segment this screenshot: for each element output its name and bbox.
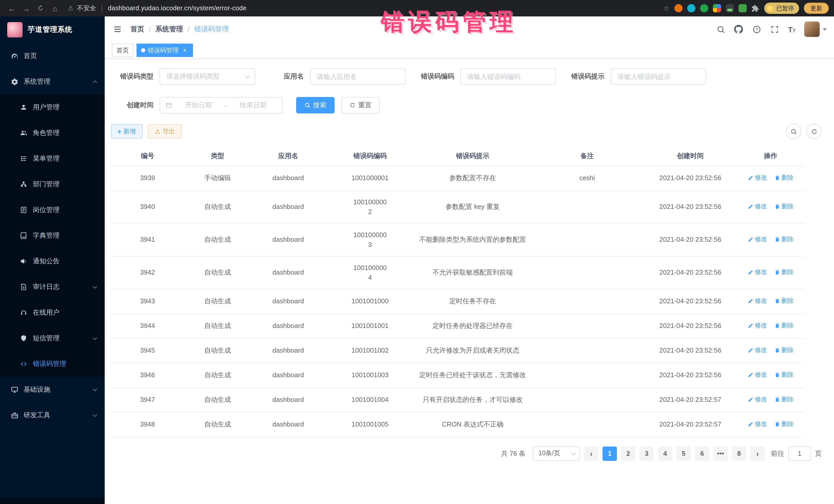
delete-link[interactable]: 删除 xyxy=(774,370,794,379)
sidebar-item-error-code-management[interactable]: 错误码管理 xyxy=(0,351,105,377)
sidebar-item-system-management[interactable]: 系统管理 xyxy=(0,69,105,94)
delete-link[interactable]: 删除 xyxy=(774,267,794,277)
page-button-1[interactable]: 1 xyxy=(602,446,617,461)
toolbox-icon xyxy=(10,411,19,419)
sidebar-item-sms-management[interactable]: 短信管理 xyxy=(0,325,105,351)
error-type-select[interactable]: 请选择错误码类型 xyxy=(160,68,255,85)
back-icon[interactable]: ← xyxy=(5,2,19,15)
page-button-5[interactable]: 5 xyxy=(676,446,691,461)
edit-link[interactable]: 修改 xyxy=(748,419,767,429)
date-range-picker[interactable]: 开始日期 - 结束日期 xyxy=(160,97,283,113)
end-date-placeholder: 结束日期 xyxy=(229,101,277,110)
tag-error-code[interactable]: 错误码管理 × xyxy=(136,44,193,57)
edit-link[interactable]: 修改 xyxy=(748,345,767,355)
page-button-8[interactable]: 8 xyxy=(732,446,746,461)
sidebar-item-dict-management[interactable]: 字典管理 xyxy=(0,223,105,248)
sidebar-item-audit-log[interactable]: 审计日志 xyxy=(0,274,105,300)
user-avatar[interactable] xyxy=(804,22,820,37)
tag-home[interactable]: 首页 xyxy=(112,44,133,57)
edit-link[interactable]: 修改 xyxy=(748,267,767,277)
font-size-icon[interactable]: TT xyxy=(788,25,795,34)
edit-link[interactable]: 修改 xyxy=(748,395,767,404)
breadcrumb-separator: / xyxy=(149,25,151,33)
sidebar-item-role-management[interactable]: 角色管理 xyxy=(0,120,105,146)
browser-update-button[interactable]: 更新 xyxy=(804,3,829,14)
delete-link[interactable]: 删除 xyxy=(774,202,794,211)
sidebar-item-dev-tools[interactable]: 研发工具 xyxy=(0,402,105,428)
page-button-2[interactable]: 2 xyxy=(621,446,635,461)
breadcrumb: 首页 / 系统管理 / 错误码管理 xyxy=(130,25,229,34)
home-icon[interactable]: ⌂ xyxy=(48,2,62,15)
sidebar-item-post-management[interactable]: 岗位管理 xyxy=(0,197,105,223)
extensions-puzzle-icon[interactable] xyxy=(751,4,759,12)
extension-icon[interactable] xyxy=(674,4,682,12)
page-button-6[interactable]: 6 xyxy=(695,446,709,461)
system-management-submenu: 用户管理 角色管理 菜单管理 xyxy=(0,94,105,377)
toggle-search-icon[interactable] xyxy=(786,124,801,139)
sidebar-item-menu-management[interactable]: 菜单管理 xyxy=(0,146,105,171)
active-dot-icon xyxy=(141,48,145,52)
reload-icon[interactable] xyxy=(34,2,47,15)
profile-paused-chip[interactable]: 已暂停 xyxy=(764,3,799,14)
user-menu[interactable] xyxy=(804,22,827,37)
add-button[interactable]: + 新增 xyxy=(111,124,142,138)
sidebar-item-user-management[interactable]: 用户管理 xyxy=(0,94,105,120)
delete-link[interactable]: 删除 xyxy=(774,296,794,305)
sidebar-item-online-users[interactable]: 在线用户 xyxy=(0,300,105,325)
delete-link[interactable]: 删除 xyxy=(774,395,794,404)
sidebar-item-notice[interactable]: 通知公告 xyxy=(0,248,105,274)
help-icon[interactable]: ? xyxy=(752,25,761,34)
bookmark-star-icon[interactable]: ☆ xyxy=(663,4,670,12)
export-button[interactable]: 导出 xyxy=(148,124,181,138)
error-hint-input[interactable] xyxy=(611,68,706,85)
edit-link[interactable]: 修改 xyxy=(748,173,767,182)
prev-page-button[interactable]: ‹ xyxy=(584,446,598,461)
filter-app-label: 应用名 xyxy=(261,72,304,81)
app-name-input[interactable] xyxy=(310,68,405,85)
page-button-3[interactable]: 3 xyxy=(639,446,654,461)
extension-icon[interactable] xyxy=(738,4,746,12)
error-code-input[interactable] xyxy=(460,68,556,85)
logo-avatar xyxy=(7,22,23,38)
edit-link[interactable]: 修改 xyxy=(748,370,767,379)
trash-icon xyxy=(774,323,780,328)
page-button-4[interactable]: 4 xyxy=(658,446,672,461)
extension-icon[interactable] xyxy=(700,4,708,12)
edit-link[interactable]: 修改 xyxy=(748,296,767,305)
forward-icon[interactable]: → xyxy=(20,2,33,15)
extension-icon[interactable] xyxy=(687,4,695,12)
extension-icon[interactable] xyxy=(712,4,721,12)
trash-icon xyxy=(774,347,780,353)
edit-link[interactable]: 修改 xyxy=(748,321,767,330)
next-page-button[interactable]: › xyxy=(750,446,765,461)
delete-link[interactable]: 删除 xyxy=(774,173,794,182)
sidebar-item-infrastructure[interactable]: 基础设施 xyxy=(0,377,105,402)
edit-link[interactable]: 修改 xyxy=(748,202,767,211)
breadcrumb-home[interactable]: 首页 xyxy=(130,25,144,34)
extension-icon[interactable] xyxy=(725,4,734,12)
delete-link[interactable]: 删除 xyxy=(774,419,794,429)
filter-hint-label: 错误码提示 xyxy=(562,72,605,81)
delete-link[interactable]: 删除 xyxy=(774,321,794,330)
close-icon[interactable]: × xyxy=(181,47,188,54)
github-icon[interactable] xyxy=(734,25,743,34)
page-size-select[interactable]: 10条/页 xyxy=(533,446,580,461)
delete-link[interactable]: 删除 xyxy=(774,235,794,244)
start-date-placeholder: 开始日期 xyxy=(175,101,223,110)
sidebar-item-dept-management[interactable]: 部门管理 xyxy=(0,171,105,197)
refresh-icon[interactable] xyxy=(806,124,822,139)
trash-icon xyxy=(774,372,780,377)
search-icon[interactable] xyxy=(716,25,725,34)
hamburger-icon[interactable] xyxy=(105,17,130,42)
search-button[interactable]: 搜索 xyxy=(296,97,335,113)
sidebar-item-home[interactable]: 首页 xyxy=(0,43,105,69)
reset-button[interactable]: 重置 xyxy=(341,97,380,113)
delete-link[interactable]: 删除 xyxy=(774,345,794,355)
address-bar[interactable]: ⚠ 不安全 dashboard.yudao.iocoder.cn/system/… xyxy=(68,4,247,13)
breadcrumb-system[interactable]: 系统管理 xyxy=(155,25,183,34)
fullscreen-icon[interactable] xyxy=(770,25,780,34)
edit-link[interactable]: 修改 xyxy=(748,235,767,244)
more-pages-button[interactable]: ••• xyxy=(714,446,728,461)
goto-page-input[interactable] xyxy=(788,446,811,461)
filter-time-label: 创建时间 xyxy=(111,101,153,110)
